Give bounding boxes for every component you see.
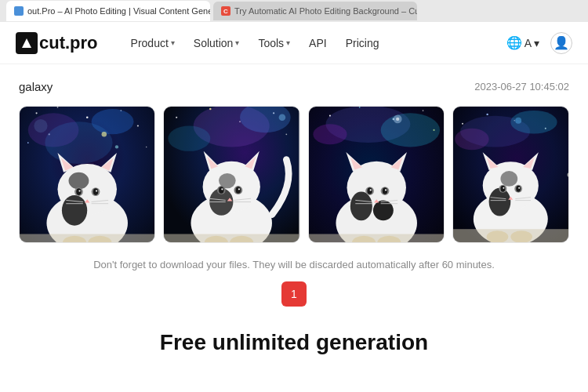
svg-marker-0 xyxy=(22,38,31,48)
svg-point-93 xyxy=(370,189,372,191)
nav-tools[interactable]: Tools ▾ xyxy=(250,32,298,54)
svg-rect-133 xyxy=(453,229,568,242)
tools-chevron-icon: ▾ xyxy=(286,38,290,47)
svg-point-14 xyxy=(102,132,107,136)
active-tab-favicon xyxy=(14,6,24,16)
inactive-tab[interactable]: C Try Automatic AI Photo Editing Backgro… xyxy=(213,2,417,20)
svg-point-58 xyxy=(220,187,224,194)
svg-point-59 xyxy=(236,187,241,194)
image-card-2[interactable] xyxy=(163,106,299,243)
svg-point-47 xyxy=(279,114,286,121)
navbar: cut.pro Product ▾ Solution ▾ Tools ▾ API… xyxy=(0,22,588,64)
svg-point-3 xyxy=(57,107,59,108)
svg-point-110 xyxy=(456,129,489,151)
svg-point-78 xyxy=(313,124,347,144)
svg-point-29 xyxy=(96,190,97,191)
svg-point-87 xyxy=(350,192,372,221)
image-grid xyxy=(19,106,569,243)
notice-text: Don't forget to download your files. The… xyxy=(19,259,569,270)
language-chevron-icon: ▾ xyxy=(534,37,539,49)
svg-point-39 xyxy=(176,117,178,118)
svg-point-119 xyxy=(501,171,518,187)
user-avatar-button[interactable]: 👤 xyxy=(550,32,572,54)
logo-icon xyxy=(16,32,38,54)
svg-point-80 xyxy=(396,118,399,121)
tab-bar: out.Pro – AI Photo Editing | Visual Cont… xyxy=(0,0,588,22)
svg-point-60 xyxy=(222,188,223,190)
svg-point-124 xyxy=(503,187,505,189)
svg-point-27 xyxy=(93,188,98,195)
svg-point-125 xyxy=(519,187,521,189)
svg-point-43 xyxy=(286,133,288,135)
nav-pricing[interactable]: Pricing xyxy=(338,32,387,54)
image-card-4[interactable] xyxy=(452,106,569,243)
svg-point-92 xyxy=(383,187,387,194)
language-text: A xyxy=(524,37,532,49)
svg-rect-102 xyxy=(309,234,444,242)
user-icon-symbol: 👤 xyxy=(554,35,569,50)
page-1-button[interactable]: 1 xyxy=(281,281,307,307)
svg-rect-37 xyxy=(20,234,154,242)
svg-point-15 xyxy=(115,145,118,148)
svg-point-105 xyxy=(487,114,488,115)
nav-solution[interactable]: Solution ▾ xyxy=(186,32,248,54)
svg-point-4 xyxy=(86,116,89,118)
svg-point-91 xyxy=(367,187,372,194)
svg-point-122 xyxy=(501,186,506,192)
solution-chevron-icon: ▾ xyxy=(235,38,239,47)
image-card-1[interactable] xyxy=(19,106,155,243)
nav-api[interactable]: API xyxy=(301,32,335,54)
svg-point-94 xyxy=(385,189,387,191)
language-icon: 🌐 xyxy=(506,35,522,50)
logo[interactable]: cut.pro xyxy=(16,32,98,54)
language-selector[interactable]: 🌐 A ▾ xyxy=(502,32,544,53)
pagination: 1 xyxy=(19,281,569,307)
svg-point-6 xyxy=(137,125,139,126)
svg-point-13 xyxy=(34,119,47,132)
nav-links: Product ▾ Solution ▾ Tools ▾ API Pricing xyxy=(123,32,502,54)
svg-point-74 xyxy=(423,110,424,111)
bottom-heading: Free unlimited generation xyxy=(19,322,569,355)
timestamp: 2023-06-27 10:45:02 xyxy=(474,81,569,93)
svg-point-77 xyxy=(381,113,440,147)
product-chevron-icon: ▾ xyxy=(171,38,175,47)
svg-point-104 xyxy=(462,123,463,125)
svg-point-2 xyxy=(35,112,37,114)
logo-text: cut.pro xyxy=(39,33,98,53)
svg-rect-69 xyxy=(164,234,299,242)
image-card-3[interactable] xyxy=(308,106,445,243)
svg-point-118 xyxy=(489,188,511,216)
svg-point-26 xyxy=(76,188,81,195)
active-tab-label: out.Pro – AI Photo Editing | Visual Cont… xyxy=(27,6,210,16)
nav-right: 🌐 A ▾ 👤 xyxy=(502,32,572,54)
svg-point-28 xyxy=(78,190,80,191)
search-term: galaxy xyxy=(19,80,53,93)
inactive-tab-favicon: C xyxy=(221,6,230,16)
svg-point-23 xyxy=(69,172,89,190)
active-tab[interactable]: out.Pro – AI Photo Editing | Visual Cont… xyxy=(6,1,210,21)
svg-point-111 xyxy=(516,118,522,124)
svg-point-9 xyxy=(146,147,147,148)
svg-point-46 xyxy=(169,126,211,151)
nav-product[interactable]: Product ▾ xyxy=(123,32,183,54)
svg-point-7 xyxy=(27,142,29,143)
svg-point-61 xyxy=(238,188,240,190)
search-info-row: galaxy 2023-06-27 10:45:02 xyxy=(19,80,569,93)
svg-point-123 xyxy=(517,186,521,192)
svg-point-12 xyxy=(45,122,112,164)
main-content: galaxy 2023-06-27 10:45:02 xyxy=(0,64,588,355)
inactive-tab-label: Try Automatic AI Photo Editing Backgroun… xyxy=(234,6,417,16)
svg-point-22 xyxy=(62,195,87,226)
